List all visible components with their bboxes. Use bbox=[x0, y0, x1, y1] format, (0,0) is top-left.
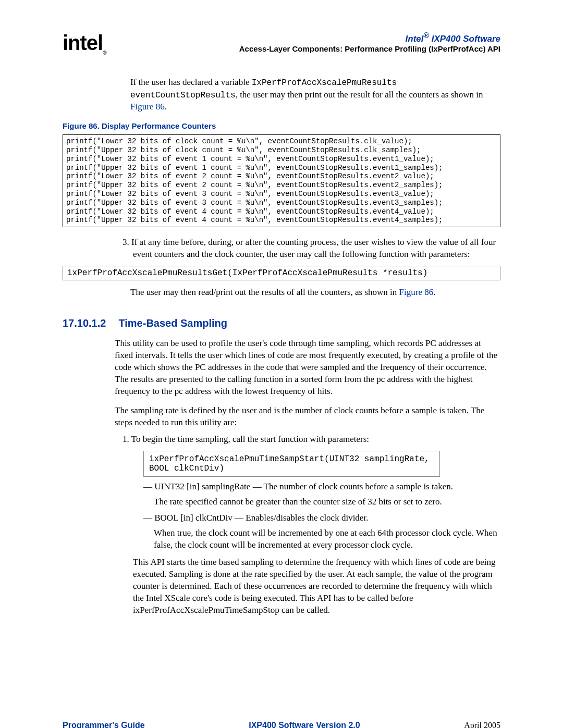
footer-date: April 2005 bbox=[464, 721, 500, 728]
header-subtitle: Access-Layer Components: Performance Pro… bbox=[239, 44, 500, 53]
tbs-paragraph-3: This API starts the time based sampling … bbox=[133, 557, 500, 616]
page-footer: Programmer's Guide IXP400 Software Versi… bbox=[63, 721, 500, 728]
footer-version: IXP400 Software Version 2.0 bbox=[232, 721, 376, 728]
code-inline-results-get: ixPerfProfAccXscalePmuResultsGet(IxPerfP… bbox=[63, 266, 500, 280]
figure-link-2[interactable]: Figure 86 bbox=[399, 287, 434, 297]
after-code-text: The user may then read/print out the res… bbox=[130, 287, 500, 299]
section-heading: 17.10.1.2Time-Based Sampling bbox=[63, 317, 500, 329]
section-title: Time-Based Sampling bbox=[118, 317, 227, 329]
step-1: 1. To begin the time sampling, call the … bbox=[123, 434, 500, 446]
footer-right: April 2005 255 bbox=[464, 721, 500, 728]
intel-logo: intel® bbox=[63, 31, 106, 56]
figure-caption: Figure 86. Display Performance Counters bbox=[63, 121, 500, 130]
bullet-sampling-rate-desc: The rate specified cannot be greater tha… bbox=[154, 496, 500, 508]
footer-left: Programmer's Guide bbox=[63, 721, 145, 728]
bullet-clkcntdiv: — BOOL [in] clkCntDiv — Enables/disables… bbox=[143, 512, 500, 524]
footer-center: IXP400 Software Version 2.0 Document Num… bbox=[232, 721, 376, 728]
tbs-paragraph-1: This utility can be used to profile the … bbox=[115, 338, 500, 398]
page-header: intel® Intel® IXP400 Software Access-Lay… bbox=[63, 31, 500, 56]
logo-reg: ® bbox=[103, 50, 106, 56]
list-item-3: 3. If at any time before, during, or aft… bbox=[123, 237, 500, 261]
code-inline-time-samp-start: ixPerfProfAccXscalePmuTimeSampStart(UINT… bbox=[143, 451, 440, 477]
intro-paragraph: If the user has declared a variable IxPe… bbox=[130, 77, 500, 113]
header-right: Intel® IXP400 Software Access-Layer Comp… bbox=[239, 31, 500, 53]
tbs-paragraph-2: The sampling rate is defined by the user… bbox=[115, 405, 500, 429]
code-block-printf: printf("Lower 32 bits of clock count = %… bbox=[63, 134, 500, 227]
bullet-clkcntdiv-desc: When true, the clock count will be incre… bbox=[154, 527, 500, 551]
figure-link[interactable]: Figure 86 bbox=[130, 102, 165, 112]
logo-text: intel bbox=[63, 31, 103, 54]
header-title: Intel® IXP400 Software bbox=[239, 31, 500, 44]
section-number: 17.10.1.2 bbox=[63, 317, 106, 329]
bullet-sampling-rate: — UINT32 [in] samplingRate — The number … bbox=[143, 481, 500, 493]
